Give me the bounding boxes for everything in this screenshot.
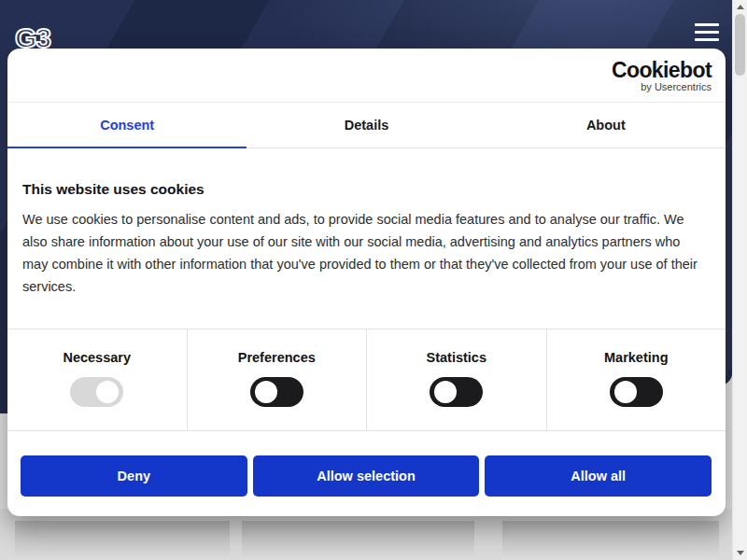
consent-button-row: Deny Allow selection Allow all [21, 455, 712, 497]
cookie-category-row: Necessary Preferences Statistics Marketi… [7, 329, 726, 431]
category-marketing: Marketing [547, 329, 726, 430]
scroll-down-icon[interactable] [737, 551, 744, 555]
tab-consent[interactable]: Consent [7, 103, 247, 147]
cookie-consent-dialog: Cookiebot by Usercentrics Consent Detail… [7, 49, 726, 516]
hamburger-bar [695, 38, 719, 41]
category-preferences: Preferences [188, 329, 368, 430]
hamburger-bar [695, 23, 719, 26]
allow-all-button[interactable]: Allow all [485, 455, 712, 497]
background-card [502, 521, 719, 560]
dialog-description: We use cookies to personalise content an… [22, 208, 707, 298]
toggle-marketing[interactable] [610, 377, 663, 407]
cookiebot-byline: by Usercentrics [612, 81, 712, 92]
toggle-knob [96, 381, 119, 403]
category-label: Preferences [238, 350, 316, 365]
tab-about[interactable]: About [486, 103, 726, 147]
category-statistics: Statistics [367, 329, 547, 430]
background-card [242, 521, 474, 560]
allow-selection-button[interactable]: Allow selection [253, 455, 480, 497]
tab-details[interactable]: Details [247, 103, 486, 147]
toggle-preferences[interactable] [250, 377, 303, 407]
toggle-knob [255, 381, 277, 403]
dialog-title: This website uses cookies [22, 181, 204, 198]
cookiebot-wordmark: Cookiebot [612, 59, 712, 81]
toggle-necessary[interactable] [70, 377, 123, 407]
toggle-knob [614, 381, 637, 403]
background-card [15, 521, 230, 560]
category-necessary: Necessary [7, 329, 188, 430]
toggle-knob [434, 381, 457, 403]
category-label: Marketing [604, 350, 669, 365]
scrollbar-thumb[interactable] [735, 14, 745, 76]
dimmed-page-content [0, 509, 732, 560]
consent-tab-bar: Consent Details About [7, 102, 726, 148]
category-label: Necessary [63, 350, 131, 365]
hamburger-bar [695, 31, 719, 34]
g3-logo-text: G3 [15, 22, 50, 51]
hamburger-menu-icon[interactable] [695, 23, 719, 41]
scroll-up-icon[interactable] [737, 5, 744, 9]
deny-button[interactable]: Deny [21, 455, 247, 497]
scrollbar[interactable] [732, 0, 747, 560]
category-label: Statistics [427, 350, 486, 365]
cookiebot-logo[interactable]: Cookiebot by Usercentrics [612, 59, 712, 92]
g3-logo-icon: G3 [15, 21, 60, 51]
site-logo[interactable]: G3 [15, 21, 60, 51]
toggle-statistics[interactable] [430, 377, 483, 407]
